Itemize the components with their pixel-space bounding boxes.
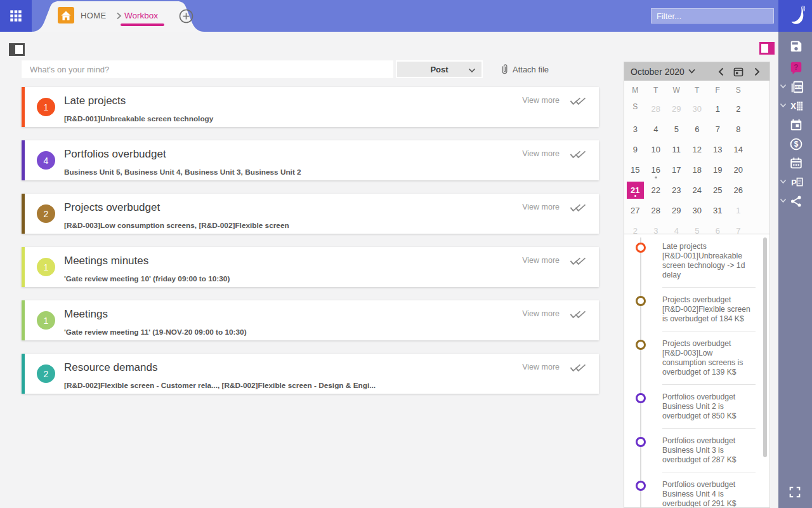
calendar-day[interactable]: 4 [646, 119, 667, 139]
calendar-month-dropdown-icon[interactable] [688, 69, 696, 74]
calendar-day[interactable]: 8 [728, 119, 749, 139]
alert-status-ring [636, 437, 646, 447]
status-input[interactable] [22, 60, 393, 78]
card-subtitle-links[interactable]: 'Gate review meeting 10' (friday 09:00 t… [64, 274, 230, 283]
expand-chevron-icon[interactable] [780, 198, 787, 203]
chevron-down-icon [468, 68, 476, 73]
card-subtitle-links[interactable]: [R&D-001]Unbreakable screen technology [64, 114, 213, 123]
mark-read-icon[interactable] [569, 255, 586, 266]
app-launcher-button[interactable] [0, 0, 32, 32]
toggle-left-panel-button[interactable] [9, 43, 25, 56]
mark-read-icon[interactable] [569, 202, 586, 213]
calendar-day[interactable]: 5 [666, 119, 687, 139]
calendar-day[interactable]: 25 [707, 180, 728, 200]
calendar-day[interactable]: 15 [625, 159, 646, 180]
calendar-day[interactable]: 20 [728, 159, 749, 180]
calendar-dow-label: T [687, 82, 708, 98]
new-tab-button[interactable] [179, 9, 193, 23]
calendar-day[interactable]: 31 [707, 200, 728, 220]
paperclip-icon [500, 62, 509, 76]
sidebar-item-pdf-export[interactable]: PDF [778, 80, 812, 95]
alert-detail: [R&D-003]Low consumption screens is over… [662, 349, 756, 377]
sidebar-item-calendar[interactable] [778, 118, 812, 133]
alerts-scrollbar[interactable] [763, 237, 767, 457]
mark-read-icon[interactable] [569, 362, 586, 373]
alerts-list: Late projects[R&D-001]Unbreakable screen… [624, 242, 769, 508]
tab-workbox-label[interactable]: Workbox [124, 0, 158, 32]
alert-item[interactable]: Portfolios overbudgetBusiness Unit 4 is … [624, 480, 769, 508]
calendar-day[interactable]: 11 [666, 139, 687, 159]
calendar-day[interactable]: 1 [728, 200, 749, 220]
view-more-link[interactable]: View more [522, 363, 560, 371]
alert-item[interactable]: Late projects[R&D-001]Unbreakable screen… [624, 242, 769, 288]
expand-chevron-icon[interactable] [780, 103, 787, 108]
card-subtitle-links[interactable]: [R&D-002]Flexible screen - Customer rela… [64, 381, 376, 390]
calendar-day[interactable]: 28 [646, 98, 667, 119]
view-more-link[interactable]: View more [522, 149, 560, 158]
sidebar-item-save[interactable] [778, 39, 812, 55]
sidebar-item-cost[interactable]: $ [778, 137, 812, 152]
alert-item[interactable]: Portfolios overbudgetBusiness Unit 3 is … [624, 436, 769, 472]
calendar-day[interactable]: 22 [646, 180, 667, 200]
breadcrumb-home[interactable]: HOME [81, 0, 107, 32]
calendar-day[interactable]: 2 [728, 98, 749, 119]
calendar-day[interactable]: 7 [707, 119, 728, 139]
calendar-today-button[interactable] [733, 67, 743, 77]
alert-item[interactable]: Projects overbudget[R&D-002]Flexible scr… [624, 295, 769, 331]
calendar-day[interactable]: 23 [666, 180, 687, 200]
calendar-day-number: 30 [693, 206, 702, 215]
card-subtitle-links[interactable]: 'Gate review meeting 11' (19-NOV-20 09:0… [64, 328, 247, 337]
calendar-day[interactable]: 14 [728, 139, 749, 159]
view-more-link[interactable]: View more [522, 309, 560, 318]
calendar-day[interactable]: 12 [687, 139, 708, 159]
calendar-day[interactable]: 29 [666, 98, 687, 119]
calendar-day[interactable]: 24 [687, 180, 708, 200]
calendar-day[interactable]: 10 [646, 139, 667, 159]
mark-read-icon[interactable] [569, 95, 586, 106]
calendar-day[interactable]: 21 [625, 180, 646, 200]
calendar-day[interactable]: 26 [728, 180, 749, 200]
sidebar-item-help[interactable]: ? [778, 61, 812, 76]
calendar-month-label[interactable]: October 2020 [631, 67, 684, 77]
calendar-day[interactable]: 17 [666, 159, 687, 180]
calendar-next-button[interactable] [754, 67, 760, 76]
view-more-link[interactable]: View more [522, 256, 560, 265]
sidebar-item-share[interactable] [778, 194, 812, 210]
calendar-day[interactable]: 19 [707, 159, 728, 180]
alert-item[interactable]: Projects overbudget[R&D-003]Low consumpt… [624, 339, 769, 385]
calendar-day[interactable]: 27 [625, 200, 646, 220]
calendar-day[interactable]: 3 [625, 119, 646, 139]
expand-chevron-icon[interactable] [780, 179, 787, 184]
alert-item[interactable]: Portfolios overbudgetBusiness Unit 2 is … [624, 392, 769, 429]
sidebar-item-powerpoint-export[interactable]: P [778, 175, 812, 190]
calendar-prev-button[interactable] [718, 67, 724, 76]
attach-file-button[interactable]: Attach file [500, 62, 549, 76]
calendar-day[interactable]: 9 [625, 139, 646, 159]
calendar-day[interactable]: 30 [687, 98, 708, 119]
sidebar-item-schedule[interactable] [778, 156, 812, 171]
calendar-day[interactable]: 28 [646, 200, 667, 220]
filter-input[interactable] [651, 8, 774, 23]
calendar-day[interactable]: 16 [646, 159, 667, 180]
calendar-day[interactable]: 30 [687, 200, 708, 220]
card-subtitle-links[interactable]: Business Unit 5, Business Unit 4, Busine… [64, 168, 301, 177]
tab-workbox[interactable]: HOME Workbox [32, 0, 204, 32]
post-type-dropdown[interactable]: Post [396, 60, 483, 78]
mark-read-icon[interactable] [569, 149, 586, 159]
toggle-right-panel-button[interactable] [759, 42, 775, 55]
calendar-day[interactable]: 13 [707, 139, 728, 159]
fullscreen-button[interactable] [788, 485, 802, 499]
card-count-badge: 1 [37, 311, 55, 330]
mark-read-icon[interactable] [569, 309, 586, 319]
view-more-link[interactable]: View more [522, 96, 560, 105]
sidebar-item-excel-export[interactable]: X [778, 99, 812, 114]
view-more-link[interactable]: View more [522, 203, 560, 211]
calendar-day[interactable]: 18 [687, 159, 708, 180]
card-subtitle-links[interactable]: [R&D-003]Low consumption screens, [R&D-0… [64, 221, 289, 230]
calendar-day[interactable]: 6 [687, 119, 708, 139]
alert-detail: Business Unit 3 is overbudget of 287 K$ [662, 446, 756, 465]
expand-chevron-icon[interactable] [780, 84, 787, 89]
home-icon[interactable] [58, 7, 74, 23]
calendar-day[interactable]: 29 [666, 200, 687, 220]
calendar-day[interactable]: 1 [707, 98, 728, 119]
